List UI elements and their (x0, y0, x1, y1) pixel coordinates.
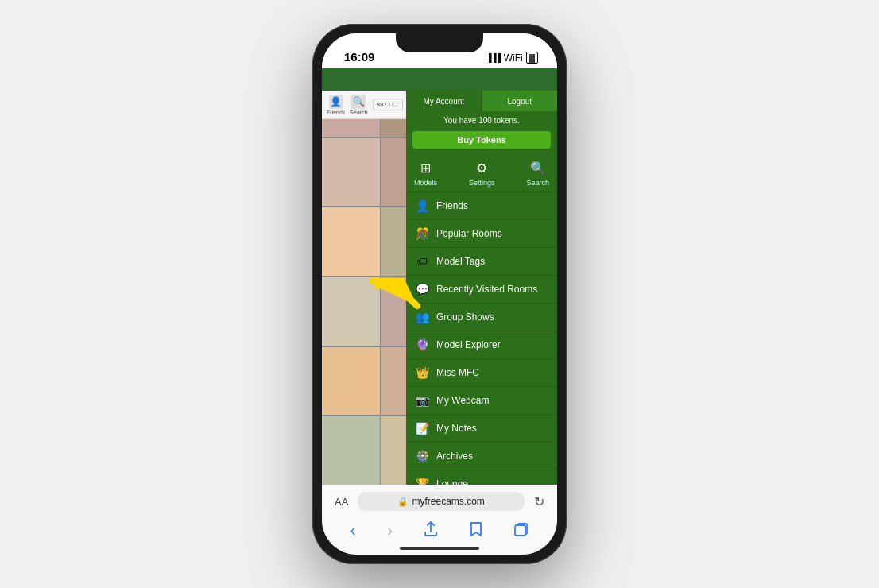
menu-item-lounge[interactable]: 🏆 Lounge (406, 470, 557, 485)
menu-item-group-shows[interactable]: 👥 Group Shows (406, 304, 557, 331)
settings-gear-icon: ⚙ (472, 158, 491, 177)
menu-item-friends[interactable]: 👤 Friends (406, 192, 557, 220)
phone-notch (396, 33, 483, 52)
site-header (322, 68, 557, 91)
svg-rect-1 (515, 525, 525, 536)
phone-screen: 16:09 ▐▐▐ WiFi ▓ (322, 33, 557, 555)
menu-item-my-notes[interactable]: 📝 My Notes (406, 415, 557, 443)
phone-frame: 16:09 ▐▐▐ WiFi ▓ (312, 24, 567, 564)
browser-nav-bar: ‹ › (322, 514, 557, 551)
friends-menu-icon: 👤 (414, 198, 430, 214)
battery-icon: ▓ (526, 52, 538, 64)
menu-item-model-explorer[interactable]: 🔮 Model Explorer (406, 331, 557, 359)
tokens-text: You have 100 tokens. (443, 116, 520, 125)
menu-item-model-tags[interactable]: 🏷 Model Tags (406, 248, 557, 276)
settings-top-label: Settings (469, 179, 495, 187)
reload-button[interactable]: ↻ (531, 494, 548, 509)
menu-item-recently-visited[interactable]: 💬 Recently Visited Rooms (406, 276, 557, 304)
model-tags-icon: 🏷 (414, 253, 430, 269)
group-shows-icon: 👥 (414, 309, 430, 325)
my-notes-icon: 📝 (414, 420, 430, 436)
friends-menu-label: Friends (436, 200, 468, 211)
model-count: 937 O... (373, 99, 403, 110)
model-explorer-icon: 🔮 (414, 337, 430, 353)
tabs-button[interactable] (508, 519, 535, 544)
recently-visited-label: Recently Visited Rooms (436, 284, 537, 295)
back-button[interactable]: ‹ (344, 517, 362, 544)
my-webcam-label: My Webcam (436, 395, 489, 406)
models-top-btn[interactable]: ⊞ Models (414, 158, 437, 187)
settings-top-btn[interactable]: ⚙ Settings (469, 158, 495, 187)
menu-item-my-webcam[interactable]: 📷 My Webcam (406, 387, 557, 415)
browser-url-bar: AA 🔒 myfreecams.com ↻ (322, 485, 557, 514)
search-top-btn[interactable]: 🔍 Search (526, 158, 549, 187)
menu-items-list: 👤 Friends 🎊 Popular Rooms 🏷 Model Tags 💬… (406, 192, 557, 485)
my-account-tab[interactable]: My Account (406, 91, 482, 111)
home-indicator (400, 547, 479, 550)
miss-mfc-label: Miss MFC (436, 367, 479, 378)
friends-icon: 👤 (329, 95, 343, 109)
bookmarks-button[interactable] (463, 518, 490, 544)
recently-visited-icon: 💬 (414, 281, 430, 297)
models-top-label: Models (414, 179, 437, 187)
popular-rooms-icon: 🎊 (414, 226, 430, 242)
forward-button[interactable]: › (381, 517, 399, 544)
menu-item-popular-rooms[interactable]: 🎊 Popular Rooms (406, 220, 557, 248)
search-top-label: Search (526, 179, 549, 187)
bg-cell (322, 416, 380, 485)
lounge-label: Lounge (436, 478, 468, 485)
logout-tab[interactable]: Logout (482, 91, 558, 111)
lounge-icon: 🏆 (414, 476, 430, 485)
lock-icon: 🔒 (397, 497, 409, 507)
menu-item-archives[interactable]: 🎡 Archives (406, 443, 557, 470)
friends-label: Friends (327, 110, 345, 115)
menu-item-miss-mfc[interactable]: 👑 Miss MFC (406, 359, 557, 387)
popular-rooms-label: Popular Rooms (436, 228, 502, 239)
toolbar-search-btn[interactable]: 🔍 Search (350, 95, 367, 115)
url-bar-input[interactable]: 🔒 myfreecams.com (358, 492, 525, 511)
archives-icon: 🎡 (414, 448, 430, 464)
browser-bottom-bar: AA 🔒 myfreecams.com ↻ ‹ › (322, 485, 557, 555)
wifi-icon: WiFi (504, 52, 523, 64)
model-tags-label: Model Tags (436, 256, 485, 267)
search-top-icon: 🔍 (529, 158, 548, 177)
my-webcam-icon: 📷 (414, 393, 430, 408)
status-icons: ▐▐▐ WiFi ▓ (486, 52, 538, 64)
archives-label: Archives (436, 451, 473, 462)
miss-mfc-icon: 👑 (414, 365, 430, 381)
bg-cell (322, 138, 380, 207)
screen-content: 👤 Friends 🔍 Search 937 O... My Account (322, 68, 557, 485)
group-shows-label: Group Shows (436, 311, 494, 323)
bg-cell (322, 277, 380, 346)
model-explorer-label: Model Explorer (436, 339, 501, 350)
bg-cell (322, 207, 380, 276)
browser-aa-button[interactable]: AA (331, 496, 351, 508)
account-tabs: My Account Logout (406, 91, 557, 111)
buy-tokens-button[interactable]: Buy Tokens (412, 131, 551, 149)
search-label: Search (350, 110, 367, 115)
my-notes-label: My Notes (436, 423, 477, 434)
toolbar-friends-btn[interactable]: 👤 Friends (327, 95, 345, 115)
dropdown-menu: My Account Logout You have 100 tokens. B… (406, 91, 557, 485)
url-text: myfreecams.com (412, 496, 484, 507)
status-time: 16:09 (344, 50, 374, 64)
search-icon: 🔍 (351, 95, 366, 109)
menu-top-icons: ⊞ Models ⚙ Settings 🔍 Search (406, 153, 557, 192)
share-button[interactable] (417, 518, 444, 544)
signal-icon: ▐▐▐ (486, 53, 500, 62)
tokens-bar: You have 100 tokens. (406, 111, 557, 128)
models-grid-icon: ⊞ (416, 158, 436, 177)
bg-cell (322, 347, 380, 416)
